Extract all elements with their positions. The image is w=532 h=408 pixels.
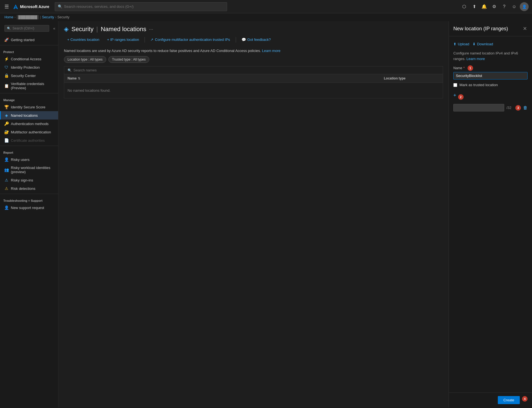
learn-more-link[interactable]: Learn more xyxy=(262,49,280,53)
ip-row-1: /32 3 🗑 xyxy=(453,104,528,111)
add-ip-btn[interactable]: + xyxy=(453,91,456,99)
location-type-filter[interactable]: Location type : All types xyxy=(64,56,106,63)
app-logo: Microsoft Azure xyxy=(12,4,49,10)
panel-body: ⬆ Upload ⬇ Download Configure named loca… xyxy=(449,36,532,392)
table-search-input[interactable] xyxy=(73,68,439,72)
panel-actions: ⬆ Upload ⬇ Download xyxy=(453,41,528,47)
sidebar-item-risky-users[interactable]: 👤 Risky users xyxy=(0,155,58,164)
add-icon: + xyxy=(453,93,456,98)
sidebar-item-certificate-authorities: 📄 Certificate authorities xyxy=(0,136,58,145)
app-title: Microsoft Azure xyxy=(20,4,49,9)
configure-mfa-btn[interactable]: ↗ Configure multifactor authentication t… xyxy=(147,36,233,43)
breadcrumb: Home › ████████ | Security › Security xyxy=(0,13,532,21)
support-request-icon: 👤 xyxy=(4,205,9,210)
sidebar-search-container[interactable]: 🔍 xyxy=(4,25,49,32)
filter-row: Location type : All types Trusted type :… xyxy=(58,56,449,66)
sidebar-search-input[interactable] xyxy=(13,26,47,30)
sidebar-item-risk-detections[interactable]: ⚠ Risk detections xyxy=(0,184,58,193)
breadcrumb-security-2: Security xyxy=(58,15,69,19)
multifactor-auth-icon: 🔐 xyxy=(4,130,9,134)
named-locations-table: 🔍 Name ⇅ Location type No named location… xyxy=(64,66,443,98)
risky-workload-icon: 👥 xyxy=(4,168,9,172)
name-field-label: Name * 1 xyxy=(453,65,528,71)
sidebar-item-verifiable-credentials[interactable]: 📋 Verifiable credentials (Preview) xyxy=(0,80,58,92)
sidebar-item-risky-workload[interactable]: 👥 Risky workload identities (preview) xyxy=(0,164,58,176)
sidebar-item-named-locations[interactable]: ◈ Named locations xyxy=(0,111,58,120)
page-more-icon[interactable]: ··· xyxy=(149,26,153,32)
sidebar-item-identity-secure-score[interactable]: 🏆 Identity Secure Score xyxy=(0,103,58,111)
col-header-type: Location type xyxy=(384,76,439,80)
sidebar-item-risky-signins[interactable]: ⚠ Risky sign-ins xyxy=(0,176,58,184)
toolbar-separator xyxy=(145,37,145,43)
settings-icon[interactable]: ⚙ xyxy=(490,2,499,11)
breadcrumb-security-1[interactable]: Security xyxy=(42,15,54,19)
risk-detections-icon: ⚠ xyxy=(4,186,9,191)
sidebar-item-support-request[interactable]: 👤 New support request xyxy=(0,203,58,212)
verifiable-credentials-icon: 📋 xyxy=(4,84,9,88)
sidebar-collapse-icon[interactable]: « xyxy=(53,26,56,31)
global-search[interactable]: 🔍 xyxy=(55,2,227,11)
sidebar-item-identity-protection[interactable]: 🛡 Identity Protection xyxy=(0,63,58,71)
main-content: ◈ Security | Named locations ··· + Count… xyxy=(58,21,449,407)
feedback-icon[interactable]: ☺ xyxy=(510,2,519,11)
named-locations-icon: ◈ xyxy=(4,113,9,118)
topbar: ☰ Microsoft Azure 🔍 ⬡ ⬆ 🔔 ⚙ ? ☺ 👤 xyxy=(0,0,532,13)
feedback-icon-btn: 💬 xyxy=(242,38,246,42)
upload-btn[interactable]: ⬆ Upload xyxy=(453,41,469,47)
countries-location-btn[interactable]: + Countries location xyxy=(64,36,103,43)
required-indicator: * xyxy=(463,66,465,70)
sidebar-item-getting-started[interactable]: 🚀 Getting started xyxy=(0,36,58,44)
search-icon: 🔍 xyxy=(58,4,62,9)
sidebar-item-security-center[interactable]: 🔒 Security Center xyxy=(0,71,58,80)
panel-title: New location (IP ranges) xyxy=(453,26,508,32)
feedback-btn[interactable]: 💬 Got feedback? xyxy=(238,36,274,43)
callout-4: 4 xyxy=(522,396,528,402)
toolbar-separator-2 xyxy=(236,37,236,43)
sidebar-item-conditional-access[interactable]: ⚡ Conditional Access xyxy=(0,55,58,63)
sidebar-section-protect: Protect xyxy=(0,46,58,55)
ip-address-input[interactable] xyxy=(453,104,504,111)
risky-signins-icon: ⚠ xyxy=(4,178,9,182)
ip-ranges-btn[interactable]: + IP ranges location xyxy=(104,36,142,43)
sort-icon[interactable]: ⇅ xyxy=(78,77,80,80)
sidebar-item-multifactor-authentication[interactable]: 🔐 Multifactor authentication xyxy=(0,128,58,136)
panel-close-btn[interactable]: ✕ xyxy=(522,25,528,32)
panel-header: New location (IP ranges) ✕ xyxy=(449,21,532,36)
download-btn[interactable]: ⬇ Download xyxy=(473,41,493,47)
ip-delete-btn[interactable]: 🗑 xyxy=(523,105,528,110)
table-search-bar[interactable]: 🔍 xyxy=(64,66,443,74)
breadcrumb-tenant[interactable]: ████████ xyxy=(17,15,39,19)
sidebar-item-authentication-methods[interactable]: 🔑 Authentication methods xyxy=(0,120,58,128)
ip-suffix-label: /32 xyxy=(506,106,511,110)
trusted-location-checkbox[interactable] xyxy=(453,83,457,87)
page-header: ◈ Security | Named locations ··· xyxy=(58,21,449,35)
info-bar: Named locations are used by Azure AD sec… xyxy=(58,46,449,56)
upload-icon: ⬆ xyxy=(453,42,456,46)
callout-1: 1 xyxy=(468,65,473,71)
table-empty-message: No named locations found. xyxy=(64,83,443,98)
notification-icon[interactable]: 🔔 xyxy=(480,2,489,11)
conditional-access-icon: ⚡ xyxy=(4,57,9,61)
topbar-icon-group: ⬡ ⬆ 🔔 ⚙ ? ☺ 👤 xyxy=(460,2,529,11)
create-btn[interactable]: Create xyxy=(498,396,520,404)
name-input[interactable] xyxy=(453,72,528,79)
trusted-location-label[interactable]: Mark as trusted location xyxy=(459,83,498,87)
search-input[interactable] xyxy=(64,4,224,9)
help-icon[interactable]: ? xyxy=(500,2,509,11)
callout-2: 2 xyxy=(458,94,464,100)
col-header-name: Name ⇅ xyxy=(68,76,384,80)
table-header: Name ⇅ Location type xyxy=(64,74,443,83)
page-title: Security | Named locations xyxy=(71,26,146,33)
panel-footer: Create 4 xyxy=(449,392,532,407)
right-panel: New location (IP ranges) ✕ ⬆ Upload ⬇ Do… xyxy=(449,21,532,407)
identity-protection-icon: 🛡 xyxy=(4,65,9,69)
user-avatar[interactable]: 👤 xyxy=(520,2,529,11)
cloud-shell-icon[interactable]: ⬡ xyxy=(460,2,469,11)
security-center-icon: 🔒 xyxy=(4,73,9,78)
breadcrumb-home[interactable]: Home xyxy=(4,15,13,19)
sidebar-search-icon: 🔍 xyxy=(7,27,11,30)
hamburger-icon[interactable]: ☰ xyxy=(3,3,10,11)
upload-icon[interactable]: ⬆ xyxy=(470,2,479,11)
panel-learn-more-link[interactable]: Learn more xyxy=(466,57,485,61)
trusted-type-filter[interactable]: Trusted type : All types xyxy=(108,56,149,63)
